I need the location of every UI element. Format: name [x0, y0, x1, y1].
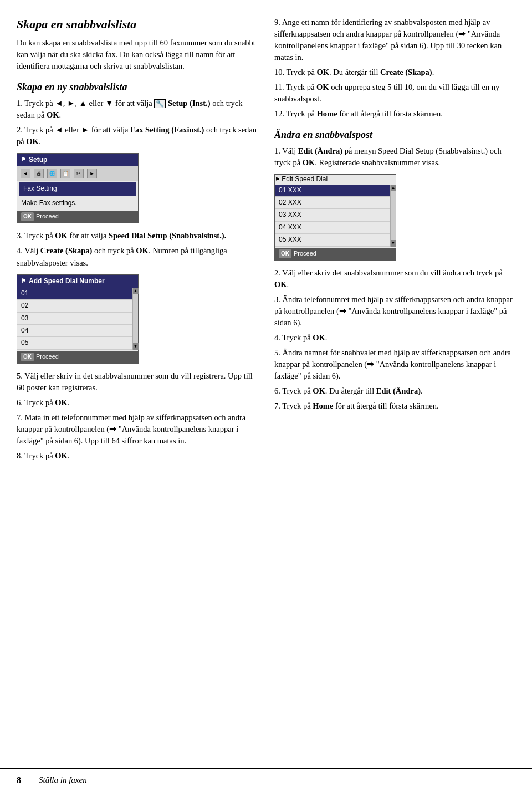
step-6-num: 6. — [17, 398, 23, 407]
edit-step-6: 6. Tryck på OK. Du återgår till Edit (Än… — [274, 385, 515, 397]
ui-add-row-04: 04 — [17, 325, 138, 337]
ui-add-title: ⚑ Add Speed Dial Number — [17, 275, 138, 288]
edit-step-3-num: 3. — [274, 295, 280, 304]
ui-proceed-bar-setup: OK Proceed — [17, 211, 138, 223]
proceed-label-add: Proceed — [36, 353, 59, 361]
step-10-num: 10. — [274, 68, 284, 76]
edit-step-2: 2. Välj eller skriv det snabbvalsnummer … — [274, 267, 515, 290]
steps-list: 1. Tryck på ◄, ►, ▲ eller ▼ för att välj… — [17, 98, 258, 147]
edit-step-3: 3. Ändra telefonnumret med hjälp av siff… — [274, 294, 515, 329]
intro-text: Du kan skapa en snabbvalslista med upp t… — [17, 37, 258, 72]
step-4-num: 4. — [17, 246, 23, 255]
ui-icon-5: ✂ — [74, 169, 84, 178]
step-8-num: 8. — [17, 451, 23, 460]
ui-add-box: ⚑ Add Speed Dial Number 01 02 03 04 05 ▲… — [17, 274, 139, 364]
edit-step-7: 7. Tryck på Home för att återgå till för… — [274, 400, 515, 412]
ui-add-row-05: 05 — [17, 337, 138, 349]
ui-edit-row-01: 01 XXX — [275, 185, 396, 197]
ui-icon-row: ◄ 🖨 🌐 📋 ✂ ► — [17, 166, 138, 181]
step-10: 10. Tryck på OK. Du återgår till Create … — [274, 67, 515, 78]
ui-icon-2: 🖨 — [34, 169, 44, 178]
scroll-up-icon[interactable]: ▲ — [133, 288, 139, 294]
edit-steps-list: 1. Välj Edit (Ändra) på menyn Speed Dial… — [274, 145, 515, 169]
step-1: 1. Tryck på ◄, ►, ▲ eller ▼ för att välj… — [17, 98, 258, 121]
step-6: 6. Tryck på OK. — [17, 397, 258, 409]
step-12: 12. Tryck på Home för att återgå till fö… — [274, 108, 515, 120]
ui-setup-title-label: Setup — [29, 155, 47, 165]
ui-icon-1: ◄ — [21, 169, 30, 178]
edit-step-6-num: 6. — [274, 386, 280, 395]
ui-fax-setting-row: Fax Setting — [19, 182, 136, 195]
ui-add-list: 01 02 03 04 05 ▲ ▼ — [17, 288, 138, 350]
footer-page-number: 8 — [17, 774, 28, 787]
ui-proceed-bar-edit: OK Proceed — [275, 248, 396, 261]
add-flag-icon: ⚑ — [21, 277, 26, 285]
footer-title: Ställa in faxen — [39, 774, 87, 787]
proceed-label-edit: Proceed — [294, 249, 316, 258]
edit-step-4: 4. Tryck på OK. — [274, 332, 515, 344]
edit-steps-list-2: 2. Välj eller skriv det snabbvalsnummer … — [274, 267, 515, 412]
left-column: Skapa en snabbvalslista Du kan skapa en … — [17, 17, 258, 763]
ui-edit-row-03: 03 XXX — [275, 209, 396, 221]
step-2: 2. Tryck på ◄ eller ► för att välja Fax … — [17, 124, 258, 147]
edit-step-5-num: 5. — [274, 348, 280, 357]
ui-edit-list: 01 XXX 02 XXX 03 XXX 04 XXX 05 XXX ▲ ▼ — [275, 185, 396, 247]
setup-flag-icon: ⚑ — [21, 156, 26, 164]
edit-step-1: 1. Välj Edit (Ändra) på menyn Speed Dial… — [274, 145, 515, 169]
step-8: 8. Tryck på OK. — [17, 450, 258, 462]
ui-edit-scrollbar: ▲ ▼ — [390, 185, 396, 247]
ui-edit-title: ⚑ Edit Speed Dial — [275, 175, 396, 184]
edit-scroll-up-icon[interactable]: ▲ — [391, 185, 396, 191]
step-11-num: 11. — [274, 83, 284, 91]
step-11: 11. Tryck på OK och upprepa steg 5 till … — [274, 81, 515, 105]
ui-icon-3: 🌐 — [47, 169, 57, 178]
edit-scroll-down-icon[interactable]: ▼ — [391, 240, 396, 247]
edit-flag-icon: ⚑ — [275, 176, 280, 182]
ok-badge-edit: OK — [279, 249, 291, 259]
page: Skapa en snabbvalslista Du kan skapa en … — [0, 0, 532, 791]
step-2-num: 2. — [17, 125, 23, 134]
ui-edit-row-05: 05 XXX — [275, 234, 396, 246]
ui-proceed-bar-add: OK Proceed — [17, 351, 138, 364]
step-4: 4. Välj Create (Skapa) och tryck på OK. … — [17, 245, 258, 268]
edit-step-5: 5. Ändra namnet för snabbvalet med hjälp… — [274, 347, 515, 382]
steps-list-3: 5. Välj eller skriv in det snabbvalsnumm… — [17, 370, 258, 462]
ui-add-scrollbar: ▲ ▼ — [132, 288, 138, 350]
step-1-num: 1. — [17, 99, 23, 108]
section-title-edit: Ändra en snabbvalspost — [274, 127, 515, 142]
ui-edit-box: ⚑ Edit Speed Dial 01 XXX 02 XXX 03 XXX 0… — [274, 174, 396, 261]
edit-step-4-num: 4. — [274, 333, 280, 342]
section-title-create: Skapa en ny snabbvalslista — [17, 80, 258, 94]
step-7: 7. Mata in ett telefonnummer med hjälp a… — [17, 412, 258, 447]
ui-edit-title-label: Edit Speed Dial — [282, 175, 328, 183]
right-column: 9. Ange ett namn för identifiering av sn… — [274, 17, 515, 763]
content-area: Skapa en snabbvalslista Du kan skapa en … — [0, 0, 532, 768]
ui-add-row-02: 02 — [17, 300, 138, 312]
step-3-num: 3. — [17, 231, 23, 240]
footer: 8 Ställa in faxen — [0, 768, 532, 791]
steps-list-right: 9. Ange ett namn för identifiering av sn… — [274, 17, 515, 120]
edit-step-7-num: 7. — [274, 401, 280, 410]
ui-icon-6: ► — [87, 169, 97, 178]
step-12-num: 12. — [274, 109, 284, 118]
step-9-num: 9. — [274, 18, 280, 27]
edit-step-2-num: 2. — [274, 268, 280, 277]
step-5: 5. Välj eller skriv in det snabbvalsnumm… — [17, 370, 258, 394]
ui-edit-row-04: 04 XXX — [275, 222, 396, 234]
step-3: 3. Tryck på OK för att välja Speed Dial … — [17, 230, 258, 242]
ui-edit-row-02: 02 XXX — [275, 197, 396, 209]
ui-info-row: Make Fax settings. — [17, 197, 138, 210]
step-5-num: 5. — [17, 371, 23, 380]
ui-setup-title: ⚑ Setup — [17, 154, 138, 166]
step-7-num: 7. — [17, 413, 23, 422]
ui-icon-4: 📋 — [60, 169, 70, 178]
step-9: 9. Ange ett namn för identifiering av sn… — [274, 17, 515, 63]
ui-add-row-01: 01 — [17, 288, 138, 300]
ui-add-title-label: Add Speed Dial Number — [29, 277, 105, 286]
ok-badge-setup: OK — [21, 212, 34, 222]
scroll-down-icon[interactable]: ▼ — [133, 343, 139, 350]
ui-add-row-03: 03 — [17, 313, 138, 325]
ui-setup-box: ⚑ Setup ◄ 🖨 🌐 📋 ✂ ► Fax Setting Make Fax… — [17, 153, 139, 224]
steps-list-2: 3. Tryck på OK för att välja Speed Dial … — [17, 230, 258, 268]
main-title: Skapa en snabbvalslista — [17, 17, 258, 33]
